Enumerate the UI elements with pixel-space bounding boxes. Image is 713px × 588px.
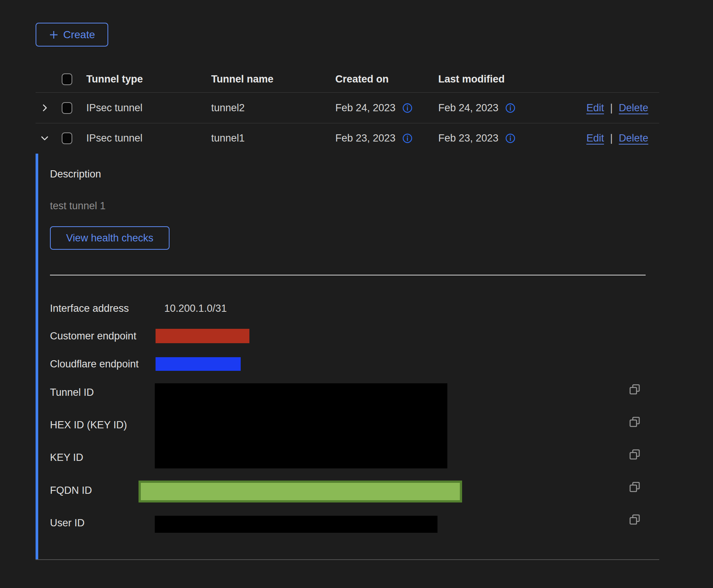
edit-link[interactable]: Edit bbox=[586, 102, 604, 114]
cloudflare-endpoint-label: Cloudflare endpoint bbox=[50, 358, 139, 370]
customer-endpoint-redacted-value bbox=[156, 329, 249, 343]
copy-hex-id-button[interactable] bbox=[628, 415, 641, 428]
copy-key-id-button[interactable] bbox=[628, 448, 641, 461]
create-button-label: Create bbox=[63, 29, 95, 41]
tunnel-id-label: Tunnel ID bbox=[50, 387, 94, 398]
panel-divider bbox=[50, 275, 646, 275]
created-on-date: Feb 24, 2023 bbox=[335, 102, 395, 114]
copy-icon bbox=[628, 415, 641, 428]
tunnels-page: Create Tunnel type Tunnel name Created o… bbox=[0, 0, 713, 588]
column-header-tunnel-name: Tunnel name bbox=[211, 73, 335, 85]
copy-user-id-button[interactable] bbox=[628, 513, 641, 526]
info-icon[interactable] bbox=[505, 133, 515, 143]
plus-icon bbox=[49, 30, 59, 40]
chevron-down-icon bbox=[40, 133, 50, 143]
copy-icon bbox=[628, 513, 641, 526]
last-modified-cell: Feb 23, 2023 bbox=[438, 132, 582, 144]
created-on-date: Feb 23, 2023 bbox=[335, 132, 395, 144]
expansion-indicator-bar bbox=[36, 154, 38, 559]
user-id-redacted-value bbox=[155, 516, 437, 533]
user-id-label: User ID bbox=[50, 517, 85, 529]
select-all-checkbox[interactable] bbox=[62, 73, 72, 85]
edit-link[interactable]: Edit bbox=[586, 132, 604, 144]
row-actions: Edit | Delete bbox=[582, 132, 659, 144]
create-button[interactable]: Create bbox=[36, 23, 108, 47]
description-value: test tunnel 1 bbox=[50, 200, 106, 212]
customer-endpoint-label: Customer endpoint bbox=[50, 330, 136, 342]
column-header-tunnel-type: Tunnel type bbox=[86, 73, 211, 85]
ids-redacted-block bbox=[155, 383, 447, 468]
tunnels-table: Tunnel type Tunnel name Created on Last … bbox=[36, 66, 659, 153]
tunnel-type-cell: IPsec tunnel bbox=[86, 102, 211, 114]
tunnel-type-cell: IPsec tunnel bbox=[86, 132, 211, 144]
interface-address-value: 10.200.1.0/31 bbox=[164, 303, 227, 314]
actions-separator: | bbox=[610, 132, 613, 144]
cloudflare-endpoint-redacted-value bbox=[156, 357, 241, 371]
view-health-checks-label: View health checks bbox=[66, 232, 154, 244]
last-modified-date: Feb 23, 2023 bbox=[438, 132, 498, 144]
row-checkbox[interactable] bbox=[62, 102, 72, 114]
interface-address-label: Interface address bbox=[50, 303, 129, 314]
table-row-tunnel2: IPsec tunnel tunnel2 Feb 24, 2023 Feb 24… bbox=[36, 93, 659, 123]
copy-fqdn-id-button[interactable] bbox=[628, 481, 641, 493]
expand-row-button[interactable] bbox=[40, 103, 57, 113]
info-icon[interactable] bbox=[505, 103, 515, 113]
view-health-checks-button[interactable]: View health checks bbox=[50, 226, 170, 250]
created-on-cell: Feb 24, 2023 bbox=[335, 102, 438, 114]
column-header-created-on: Created on bbox=[335, 73, 438, 85]
description-label: Description bbox=[50, 168, 101, 180]
fqdn-id-label: FQDN ID bbox=[50, 485, 92, 496]
last-modified-cell: Feb 24, 2023 bbox=[438, 102, 582, 114]
delete-link[interactable]: Delete bbox=[619, 132, 648, 144]
last-modified-date: Feb 24, 2023 bbox=[438, 102, 498, 114]
tunnel-name-cell: tunnel1 bbox=[211, 132, 335, 144]
tunnel-details-panel: Description test tunnel 1 View health ch… bbox=[36, 152, 659, 560]
column-header-last-modified: Last modified bbox=[438, 73, 582, 85]
collapse-row-button[interactable] bbox=[40, 133, 57, 143]
row-actions: Edit | Delete bbox=[582, 102, 659, 114]
actions-separator: | bbox=[610, 102, 613, 114]
copy-tunnel-id-button[interactable] bbox=[628, 383, 641, 396]
tunnel-name-cell: tunnel2 bbox=[211, 102, 335, 114]
info-icon[interactable] bbox=[402, 103, 413, 113]
fqdn-id-redacted-value bbox=[139, 481, 462, 502]
copy-icon bbox=[628, 481, 641, 493]
created-on-cell: Feb 23, 2023 bbox=[335, 132, 438, 144]
hex-id-label: HEX ID (KEY ID) bbox=[50, 419, 127, 431]
copy-icon bbox=[628, 383, 641, 396]
row-checkbox[interactable] bbox=[62, 132, 72, 144]
table-header-row: Tunnel type Tunnel name Created on Last … bbox=[36, 66, 659, 93]
table-row-tunnel1: IPsec tunnel tunnel1 Feb 23, 2023 Feb 23… bbox=[36, 123, 659, 153]
chevron-right-icon bbox=[40, 103, 50, 113]
key-id-label: KEY ID bbox=[50, 452, 83, 464]
delete-link[interactable]: Delete bbox=[619, 102, 648, 114]
copy-icon bbox=[628, 448, 641, 461]
info-icon[interactable] bbox=[402, 133, 413, 143]
